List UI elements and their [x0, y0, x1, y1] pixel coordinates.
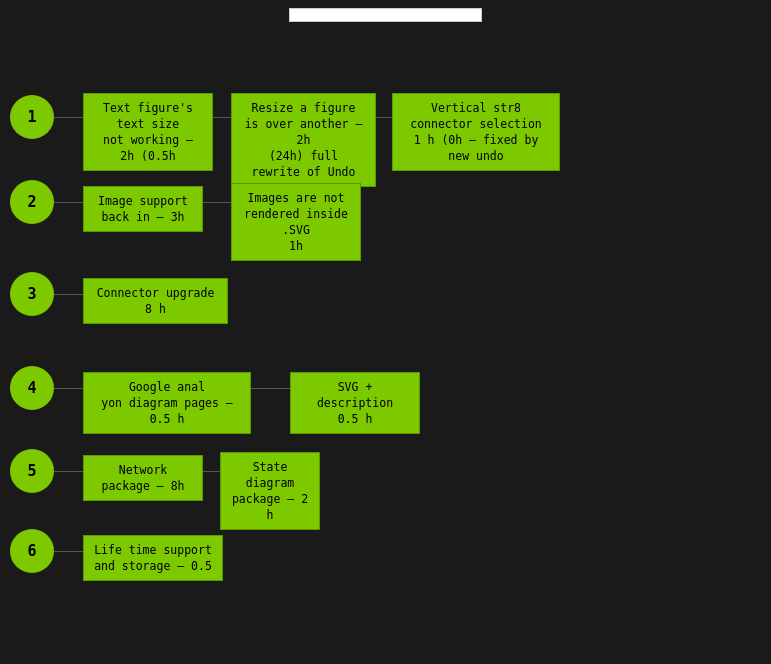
hline-row2-card1: [203, 202, 231, 203]
card-row4-1: SVG + description0.5 h: [290, 372, 420, 434]
hline-row-2: [54, 202, 83, 203]
circle-3: 3: [10, 272, 54, 316]
card-row1-1: Resize a figureis over another – 2h(24h)…: [231, 93, 376, 187]
circle-1: 1: [10, 95, 54, 139]
card-row2-0: Image supportback in – 3h: [83, 186, 203, 232]
circle-2: 2: [10, 180, 54, 224]
hline-row-3: [54, 294, 83, 295]
card-row5-0: Networkpackage – 8h: [83, 455, 203, 501]
card-row4-0: Google analyon diagram pages – 0.5 h: [83, 372, 251, 434]
card-row5-1: Statediagrampackage – 2 h: [220, 452, 320, 530]
hline-row4-card1: [251, 388, 290, 389]
hline-row-6: [54, 551, 83, 552]
hline-row-5: [54, 471, 83, 472]
card-row1-0: Text figure'stext sizenot working – 2h (…: [83, 93, 213, 171]
card-row2-1: Images are notrendered inside .SVG1h: [231, 183, 361, 261]
hline-row5-card1: [203, 471, 220, 472]
circle-4: 4: [10, 366, 54, 410]
card-row6-0: Life time supportand storage – 0.5: [83, 535, 223, 581]
hline-row-1: [54, 117, 83, 118]
circle-5: 5: [10, 449, 54, 493]
card-row1-2: Vertical str8connector selection1 h (0h …: [392, 93, 560, 171]
card-row3-0: Connector upgrade8 h: [83, 278, 228, 324]
hline-row1-card1: [213, 117, 231, 118]
hline-row-4: [54, 388, 83, 389]
circle-6: 6: [10, 529, 54, 573]
hline-row1-card2: [376, 117, 392, 118]
